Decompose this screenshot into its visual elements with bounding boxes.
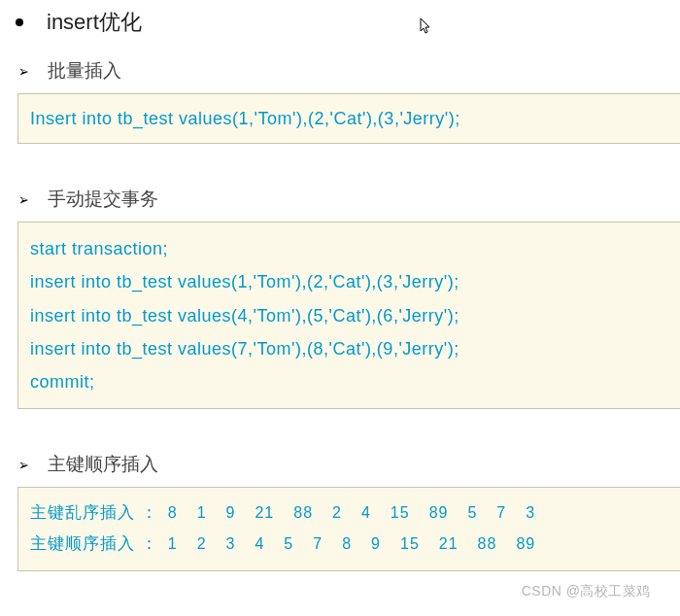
value-cell: 7 [496, 498, 506, 528]
value-cell: 9 [226, 498, 236, 528]
row-label: 主键顺序插入 ： [30, 529, 158, 560]
value-cell: 3 [526, 498, 535, 528]
code-line: insert into tb_test values(4,'Tom'),(5,'… [30, 299, 668, 332]
section-pk-order: ➢ 主键顺序插入 主键乱序插入 ： 8192188241589573 主键顺序插… [0, 452, 680, 571]
value-cell: 88 [478, 530, 497, 559]
section-header-text: 主键顺序插入 [48, 452, 158, 477]
value-cell: 88 [293, 498, 313, 528]
value-cell: 89 [429, 498, 449, 528]
triangle-icon: ➢ [18, 62, 28, 81]
value-cell: 21 [255, 498, 274, 528]
code-block: start transaction; insert into tb_test v… [17, 222, 680, 409]
value-cell: 4 [255, 530, 264, 559]
value-cell: 2 [197, 530, 207, 559]
code-block: 主键乱序插入 ： 8192188241589573 主键顺序插入 ： 12345… [17, 487, 680, 571]
value-cell: 15 [400, 530, 420, 559]
value-cell: 3 [226, 530, 236, 559]
section-header: ➢ 主键顺序插入 [17, 452, 680, 477]
page-title: insert优化 [0, 0, 680, 41]
row-label: 主键乱序插入 ： [30, 497, 158, 529]
value-cell: 5 [284, 530, 293, 559]
value-cell: 2 [332, 498, 342, 528]
code-line: start transaction; [30, 232, 668, 265]
value-cell: 4 [361, 498, 371, 528]
row-values: 1234578915218889 [158, 530, 545, 559]
value-cell: 1 [197, 498, 207, 528]
code-line: commit; [30, 365, 668, 398]
title-text: insert优化 [47, 8, 142, 37]
value-cell: 7 [313, 530, 323, 559]
triangle-icon: ➢ [18, 190, 28, 209]
value-cell: 15 [391, 498, 410, 528]
code-line: Insert into tb_test values(1,'Tom'),(2,'… [30, 102, 668, 135]
triangle-icon: ➢ [18, 456, 28, 474]
value-cell: 8 [168, 498, 178, 528]
value-cell: 89 [516, 530, 535, 559]
code-line: insert into tb_test values(7,'Tom'),(8,'… [30, 332, 668, 365]
section-header-text: 手动提交事务 [48, 187, 158, 212]
bullet-icon [16, 18, 23, 26]
value-cell: 5 [467, 498, 477, 528]
value-cell: 1 [168, 530, 178, 559]
value-cell: 8 [342, 530, 352, 559]
value-cell: 21 [439, 530, 459, 559]
pk-random-row: 主键乱序插入 ： 8192188241589573 [30, 497, 668, 529]
pk-ordered-row: 主键顺序插入 ： 1234578915218889 [30, 529, 668, 560]
watermark: CSDN @高校工菜鸡 [522, 583, 651, 600]
section-header: ➢ 批量插入 [17, 58, 680, 84]
section-batch-insert: ➢ 批量插入 Insert into tb_test values(1,'Tom… [0, 58, 680, 144]
section-manual-commit: ➢ 手动提交事务 start transaction; insert into … [0, 187, 680, 409]
section-header-text: 批量插入 [48, 58, 121, 84]
row-values: 8192188241589573 [158, 498, 545, 528]
code-line: insert into tb_test values(1,'Tom'),(2,'… [30, 265, 668, 298]
code-block: Insert into tb_test values(1,'Tom'),(2,'… [17, 93, 680, 144]
section-header: ➢ 手动提交事务 [17, 187, 680, 212]
value-cell: 9 [371, 530, 381, 559]
